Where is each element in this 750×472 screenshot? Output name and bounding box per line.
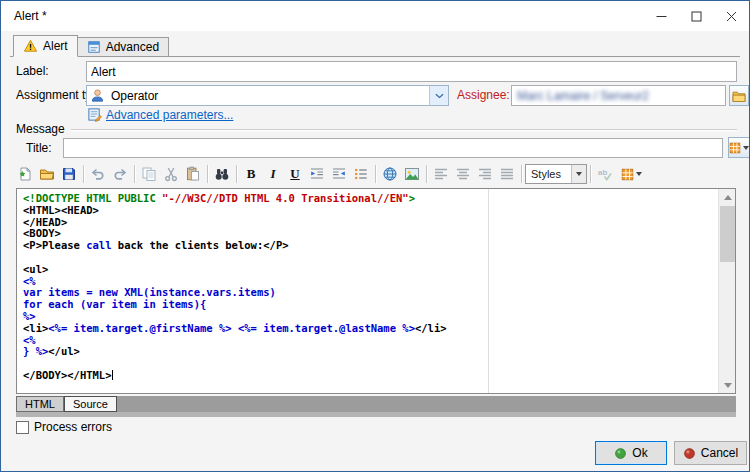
- chevron-down-icon: [435, 93, 444, 99]
- code-line: </HEAD>: [23, 217, 717, 229]
- insert-field-button[interactable]: [728, 137, 750, 158]
- find-icon: [214, 166, 230, 182]
- align-right-icon: [477, 166, 493, 182]
- hyperlink-button[interactable]: [379, 163, 401, 185]
- chevron-down-icon: [576, 172, 582, 176]
- label-input[interactable]: [86, 61, 737, 82]
- vertical-scrollbar[interactable]: [718, 189, 735, 393]
- outdent-icon: [331, 166, 347, 182]
- text-caret: [112, 370, 114, 380]
- code-line: <ul>: [23, 264, 717, 276]
- color-picker-button[interactable]: [616, 163, 646, 185]
- scroll-up-button[interactable]: [719, 189, 736, 205]
- assignment-type-select[interactable]: Operator: [86, 85, 449, 106]
- tab-html[interactable]: HTML: [16, 396, 64, 412]
- list-icon: [353, 166, 369, 182]
- minimize-button[interactable]: [644, 1, 679, 31]
- open-button[interactable]: [36, 163, 58, 185]
- code-area[interactable]: <!DOCTYPE HTML PUBLIC "-//W3C//DTD HTML …: [17, 191, 717, 393]
- underline-icon: U: [290, 166, 299, 182]
- process-errors-checkbox[interactable]: [16, 421, 29, 434]
- scroll-down-button[interactable]: [719, 377, 736, 393]
- ok-label: Ok: [632, 446, 647, 460]
- code-line: <!DOCTYPE HTML PUBLIC "-//W3C//DTD HTML …: [23, 193, 717, 205]
- editor-toolbar: B I U Styles ab: [14, 162, 738, 186]
- tab-source[interactable]: Source: [64, 396, 117, 412]
- copy-icon: [141, 166, 157, 182]
- styles-dropdown-arrow[interactable]: [571, 165, 586, 183]
- toolbar-separator: [521, 165, 522, 183]
- align-right-button[interactable]: [474, 163, 496, 185]
- toolbar-separator: [426, 165, 427, 183]
- title-input[interactable]: [63, 138, 723, 158]
- message-group-line: [71, 129, 737, 130]
- copy-button[interactable]: [138, 163, 160, 185]
- assignee-browse-button[interactable]: [729, 85, 749, 106]
- indent-button[interactable]: [306, 163, 328, 185]
- window-title: Alert *: [14, 9, 47, 23]
- caption-buttons: [644, 1, 749, 31]
- advanced-parameters-icon: [87, 107, 102, 126]
- redo-button[interactable]: [109, 163, 131, 185]
- align-left-icon: [433, 166, 449, 182]
- title-caption: Title:: [26, 141, 52, 155]
- assignee-caption: Assignee:: [457, 88, 510, 102]
- spellcheck-button[interactable]: ab: [594, 163, 616, 185]
- align-center-icon: [455, 166, 471, 182]
- titlebar[interactable]: Alert *: [1, 1, 749, 31]
- advanced-parameters-link[interactable]: Advanced parameters...: [106, 108, 233, 122]
- alert-dialog: Alert * Alert Advanced Label: Assignment…: [0, 0, 750, 472]
- tab-alert-label: Alert: [43, 39, 68, 53]
- italic-button[interactable]: I: [262, 163, 284, 185]
- underline-button[interactable]: U: [284, 163, 306, 185]
- tab-advanced-label: Advanced: [106, 40, 159, 54]
- close-button[interactable]: [714, 1, 749, 31]
- toolbar-separator: [134, 165, 135, 183]
- spellcheck-icon: ab: [597, 166, 613, 182]
- new-document-button[interactable]: [14, 163, 36, 185]
- label-caption: Label:: [16, 64, 49, 78]
- statusbar-band: [16, 412, 736, 417]
- cut-icon: [163, 166, 179, 182]
- tab-html-label: HTML: [25, 398, 55, 410]
- italic-icon: I: [270, 166, 275, 182]
- insert-image-button[interactable]: [401, 163, 423, 185]
- save-button[interactable]: [58, 163, 80, 185]
- styles-select[interactable]: Styles: [525, 164, 587, 184]
- undo-button[interactable]: [87, 163, 109, 185]
- find-button[interactable]: [211, 163, 233, 185]
- undo-icon: [90, 166, 106, 182]
- tab-alert[interactable]: Alert: [13, 35, 78, 57]
- new-document-icon: [17, 166, 33, 182]
- ok-icon: [614, 447, 627, 460]
- scrollbar-thumb[interactable]: [720, 206, 735, 262]
- tab-advanced[interactable]: Advanced: [78, 37, 169, 57]
- advanced-form-icon: [87, 40, 101, 54]
- code-line: for each (var item in items){: [23, 299, 717, 311]
- bold-button[interactable]: B: [240, 163, 262, 185]
- assignee-field[interactable]: Marc Lamaire / Serveur2: [511, 85, 726, 106]
- operator-person-icon: [90, 88, 105, 107]
- source-editor[interactable]: <!DOCTYPE HTML PUBLIC "-//W3C//DTD HTML …: [16, 188, 736, 394]
- redo-icon: [112, 166, 128, 182]
- bullet-list-button[interactable]: [350, 163, 372, 185]
- align-justify-button[interactable]: [496, 163, 518, 185]
- folder-icon: [732, 90, 746, 102]
- ok-button[interactable]: Ok: [595, 441, 667, 465]
- align-justify-icon: [499, 166, 515, 182]
- paste-button[interactable]: [182, 163, 204, 185]
- open-icon: [39, 166, 55, 182]
- outdent-button[interactable]: [328, 163, 350, 185]
- cancel-button[interactable]: Cancel: [674, 441, 747, 465]
- paste-icon: [185, 166, 201, 182]
- styles-label: Styles: [531, 168, 561, 180]
- color-picker-icon: [621, 168, 634, 181]
- code-line: [23, 252, 717, 264]
- save-icon: [61, 166, 77, 182]
- assignment-type-dropdown-arrow[interactable]: [429, 86, 448, 105]
- cut-button[interactable]: [160, 163, 182, 185]
- align-center-button[interactable]: [452, 163, 474, 185]
- toolbar-separator: [207, 165, 208, 183]
- align-left-button[interactable]: [430, 163, 452, 185]
- maximize-button[interactable]: [679, 1, 714, 31]
